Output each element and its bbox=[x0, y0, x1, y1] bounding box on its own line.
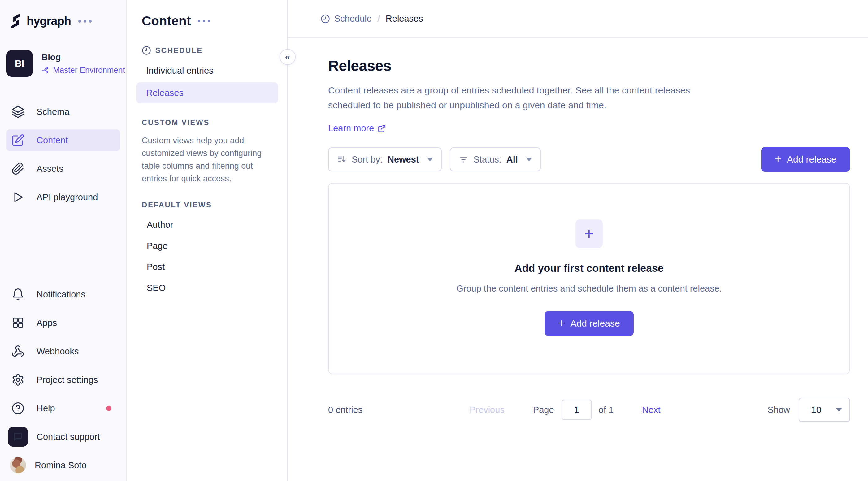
sort-dropdown[interactable]: Sort by: Newest bbox=[328, 147, 442, 171]
status-dropdown[interactable]: Status: All bbox=[450, 147, 540, 171]
add-release-button[interactable]: + Add release bbox=[761, 147, 850, 172]
breadcrumb-bar: Schedule / Releases bbox=[288, 0, 868, 38]
sidebar-item-webhooks[interactable]: Webhooks bbox=[6, 341, 120, 362]
learn-more-link[interactable]: Learn more bbox=[328, 123, 386, 134]
entries-count: 0 entries bbox=[328, 405, 363, 415]
default-views-list: Author Page Post SEO bbox=[127, 214, 287, 298]
project-name: Blog bbox=[41, 52, 125, 62]
api-play-icon bbox=[11, 190, 25, 204]
primary-nav: Schema Content Assets bbox=[0, 101, 126, 208]
add-release-label: Add release bbox=[787, 154, 836, 165]
environment-branch-icon bbox=[41, 66, 50, 74]
schedule-item-releases-active[interactable]: Releases bbox=[136, 82, 278, 103]
sidebar-item-contact-support[interactable]: Contact support bbox=[6, 426, 120, 448]
breadcrumb-schedule-link[interactable]: Schedule bbox=[321, 13, 372, 24]
default-views-label: DEFAULT VIEWS bbox=[142, 200, 212, 209]
filter-icon bbox=[459, 155, 468, 164]
default-view-post[interactable]: Post bbox=[127, 256, 287, 277]
default-view-seo[interactable]: SEO bbox=[127, 277, 287, 298]
sort-icon bbox=[337, 155, 347, 164]
default-views-section-header: DEFAULT VIEWS bbox=[127, 200, 287, 209]
page-size-control: Show 10 bbox=[767, 398, 850, 422]
default-view-page[interactable]: Page bbox=[127, 235, 287, 256]
status-value: All bbox=[506, 155, 518, 165]
sidebar-item-label: Help bbox=[36, 403, 55, 414]
next-page-button[interactable]: Next bbox=[642, 405, 660, 415]
settings-gear-icon bbox=[11, 373, 25, 387]
brand-name: hygraph bbox=[27, 14, 71, 28]
project-switcher[interactable]: BI Blog Master Environment bbox=[6, 50, 126, 77]
help-icon bbox=[11, 402, 25, 415]
sidebar-item-assets[interactable]: Assets bbox=[6, 158, 120, 180]
empty-add-release-button[interactable]: + Add release bbox=[545, 311, 633, 336]
sidebar-item-api-playground[interactable]: API playground bbox=[6, 186, 120, 208]
breadcrumb-separator: / bbox=[377, 13, 380, 25]
project-meta: Blog Master Environment bbox=[41, 52, 125, 75]
sidebar-item-user-profile[interactable]: Romina Soto bbox=[6, 454, 120, 476]
sidebar-spacer bbox=[0, 208, 126, 284]
environment-name: Master Environment bbox=[53, 65, 125, 75]
schedule-section-header: SCHEDULE bbox=[127, 46, 287, 55]
chevron-down-icon bbox=[427, 158, 433, 161]
schedule-section-label: SCHEDULE bbox=[155, 46, 203, 55]
learn-more-label: Learn more bbox=[328, 123, 374, 134]
sidebar-item-label: Schema bbox=[36, 107, 69, 117]
apps-grid-icon bbox=[11, 316, 25, 330]
help-notification-dot bbox=[106, 406, 112, 411]
breadcrumb-current-page: Releases bbox=[386, 13, 423, 24]
project-badge[interactable]: BI bbox=[6, 50, 33, 77]
view-label: SEO bbox=[147, 283, 165, 293]
view-label: Post bbox=[147, 262, 165, 272]
view-label: Author bbox=[147, 220, 173, 230]
panel-menu-ellipsis-icon[interactable] bbox=[198, 20, 210, 22]
sidebar-item-content[interactable]: Content bbox=[6, 129, 120, 151]
sidebar-item-schema[interactable]: Schema bbox=[6, 101, 120, 123]
environment-link[interactable]: Master Environment bbox=[41, 65, 125, 75]
webhooks-icon bbox=[11, 345, 25, 358]
collapse-panel-button[interactable]: « bbox=[280, 49, 296, 65]
content-edit-icon bbox=[11, 133, 25, 147]
hygraph-logo-icon bbox=[10, 13, 23, 29]
schedule-clock-icon bbox=[142, 46, 151, 55]
sidebar-item-label: Content bbox=[36, 135, 68, 146]
empty-state-card: + Add your first content release Group t… bbox=[328, 183, 850, 374]
pagination-bar: 0 entries Previous Page of 1 Next Show 1… bbox=[328, 398, 850, 422]
plus-icon: + bbox=[584, 224, 594, 243]
chevron-down-icon bbox=[836, 408, 842, 412]
sidebar-item-label: Project settings bbox=[36, 375, 98, 385]
page-number-input[interactable] bbox=[561, 399, 592, 420]
previous-page-button[interactable]: Previous bbox=[470, 405, 504, 415]
page-total-label: of 1 bbox=[599, 405, 614, 415]
sidebar-item-help[interactable]: Help bbox=[6, 397, 120, 419]
sidebar-item-notifications[interactable]: Notifications bbox=[6, 284, 120, 305]
schedule-item-label: Individual entries bbox=[146, 66, 214, 76]
app-window: hygraph BI Blog Master Environment bbox=[0, 0, 868, 481]
collapse-chevrons-icon: « bbox=[285, 52, 290, 62]
sort-label: Sort by: bbox=[352, 155, 382, 165]
custom-views-description: Custom views help you add customized vie… bbox=[127, 134, 287, 185]
plus-icon: + bbox=[558, 318, 565, 329]
user-avatar bbox=[10, 457, 26, 473]
panel-header: Content bbox=[127, 0, 287, 29]
schedule-item-label: Releases bbox=[146, 88, 184, 98]
brand-header: hygraph bbox=[10, 13, 126, 29]
default-view-author[interactable]: Author bbox=[127, 214, 287, 235]
show-label: Show bbox=[767, 405, 790, 415]
sidebar-item-label: Notifications bbox=[36, 289, 86, 300]
secondary-nav: Notifications Apps bbox=[0, 284, 126, 481]
assets-paperclip-icon bbox=[11, 162, 25, 175]
primary-sidebar: hygraph BI Blog Master Environment bbox=[0, 0, 127, 481]
page-size-value: 10 bbox=[811, 405, 821, 415]
breadcrumb-clock-icon bbox=[321, 14, 330, 24]
sidebar-item-project-settings[interactable]: Project settings bbox=[6, 369, 120, 391]
sidebar-item-label: API playground bbox=[36, 192, 98, 202]
sidebar-item-apps[interactable]: Apps bbox=[6, 312, 120, 334]
schedule-item-individual-entries[interactable]: Individual entries bbox=[127, 61, 287, 81]
plus-icon: + bbox=[775, 154, 781, 165]
content-views-panel: « Content SCHEDULE Individual entries Re… bbox=[127, 0, 288, 481]
empty-plus-tile[interactable]: + bbox=[576, 220, 603, 248]
workspace-menu-ellipsis-icon[interactable] bbox=[78, 20, 92, 23]
page-description: Content releases are a group of entries … bbox=[328, 83, 724, 113]
status-label: Status: bbox=[473, 155, 501, 165]
page-size-select[interactable]: 10 bbox=[799, 398, 850, 422]
